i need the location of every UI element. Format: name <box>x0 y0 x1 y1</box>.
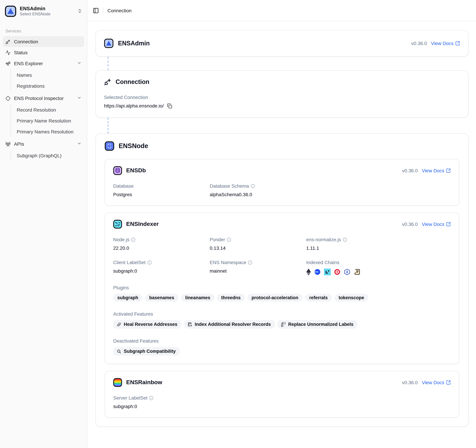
indexed-chains-label: Indexed Chains <box>306 260 451 265</box>
feature-badge-index-additional-resolver-records: Index Additional Resolver Records <box>184 320 275 329</box>
ensdb-title: ENSDb <box>126 167 146 174</box>
telescope-icon <box>6 61 11 66</box>
external-link-icon <box>446 168 451 173</box>
ensrainbow-version: v0.36.0 <box>402 380 418 385</box>
deactivated-features-label: Deactivated Features <box>113 338 451 344</box>
field-ens-normalize: ens-normalize.js 1.11.1 <box>306 237 451 251</box>
copy-icon[interactable] <box>167 103 172 108</box>
info-icon[interactable] <box>248 260 253 264</box>
ethereum-icon <box>306 269 311 275</box>
external-link-icon <box>455 41 460 46</box>
ensdb-view-docs-link[interactable]: View Docs <box>422 168 451 173</box>
ensrainbow-logo-icon <box>113 378 122 387</box>
arbitrum-icon <box>344 269 351 275</box>
ensindexer-view-docs-link[interactable]: View Docs <box>422 221 451 227</box>
ensnode-card: ENSNode ENSDb v0.36.0 <box>96 133 469 427</box>
scroll-icon <box>354 269 360 275</box>
field-client-labelset: Client LabelSet subgraph:0 <box>113 260 210 275</box>
ensadmin-card-title: ENSAdmin <box>118 40 150 47</box>
sidebar-item-ens-explorer[interactable]: ENS Explorer <box>3 58 84 69</box>
diamond-icon <box>6 96 11 101</box>
ensrainbow-view-docs-link[interactable]: View Docs <box>422 380 451 385</box>
sidebar-item-registrations[interactable]: Registrations <box>11 80 84 92</box>
connection-card-title: Connection <box>116 78 149 86</box>
field-nodejs: Node.js 22.20.0 <box>113 237 210 251</box>
sidebar-item-apis[interactable]: APIs <box>3 138 84 149</box>
info-icon[interactable] <box>131 237 136 242</box>
info-icon[interactable] <box>227 237 231 242</box>
sidebar-item-label: Status <box>14 50 81 55</box>
feature-badge-replace-unnormalized-labels: Replace Unnormalized Labels <box>278 320 357 329</box>
magnifier-icon <box>117 349 121 354</box>
chevron-down-icon <box>77 96 81 101</box>
plugin-chip: threedns <box>217 294 245 302</box>
sidebar-item-subgraph-graphql[interactable]: Subgraph (GraphQL) <box>11 150 84 161</box>
ensindexer-card: ENSIndexer v0.36.0 View Docs <box>105 213 459 364</box>
sidebar-item-label: ENS Protocol Inspector <box>14 96 74 101</box>
deactivated-features-list: Subgraph Compatibility <box>113 347 451 356</box>
sidebar-item-record-resolution[interactable]: Record Resolution <box>11 104 84 115</box>
ensadmin-view-docs-link[interactable]: View Docs <box>431 40 460 46</box>
sidebar-item-status[interactable]: Status <box>3 47 84 58</box>
breadcrumb: Connection <box>108 8 132 13</box>
app-root: ENSAdmin Select ENSNode Services Connect… <box>0 0 476 448</box>
chevron-down-icon <box>77 141 81 147</box>
ensadmin-version: v0.36.0 <box>411 40 427 46</box>
sidebar-item-connection[interactable]: Connection <box>3 36 84 47</box>
sidebar: ENSAdmin Select ENSNode Services Connect… <box>0 0 87 448</box>
info-icon[interactable] <box>149 396 154 400</box>
field-database-schema: Database Schema alphaSchema0.36.0 <box>210 183 306 197</box>
sidebar-item-primary-name-resolution[interactable]: Primary Name Resolution <box>11 115 84 126</box>
optimism-icon <box>334 269 341 275</box>
plugin-chip: protocol-acceleration <box>247 294 302 302</box>
radio-tower-icon <box>6 141 11 147</box>
activated-features-label: Activated Features <box>113 311 451 317</box>
connector-line <box>108 57 108 70</box>
plugin-chip: tokenscope <box>334 294 368 302</box>
topbar: Connection <box>87 0 476 21</box>
ensadmin-card: ENSAdmin v0.36.0 View Docs <box>96 30 469 57</box>
ensindexer-version: v0.36.0 <box>402 221 418 227</box>
ensdb-card: ENSDb v0.36.0 View Docs Database <box>105 159 459 206</box>
info-icon[interactable] <box>251 184 255 188</box>
ensdb-logo-icon <box>113 166 122 175</box>
external-link-icon <box>446 380 451 385</box>
ensnode-title: ENSNode <box>119 142 148 150</box>
ensrainbow-card: ENSRainbow v0.36.0 View Docs <box>105 371 459 418</box>
bandage-icon <box>117 322 121 327</box>
ensadmin-logo-icon <box>104 39 113 48</box>
activity-icon <box>6 50 11 55</box>
info-icon[interactable] <box>343 237 347 242</box>
field-ens-namespace: ENS Namespace mainnet <box>210 260 306 275</box>
field-indexed-chains: Indexed Chains <box>306 260 451 275</box>
plug-zap-icon <box>104 78 112 86</box>
feature-badge-heal-reverse-addresses: Heal Reverse Addresses <box>113 320 181 329</box>
plugin-chip: lineanames <box>181 294 214 302</box>
sidebar-app-name: ENSAdmin <box>20 6 74 11</box>
field-server-labelset: Server LabelSet subgraph:0 <box>113 395 210 409</box>
ensrainbow-title: ENSRainbow <box>126 379 162 386</box>
sidebar-item-primary-names-resolution[interactable]: Primary Names Resolution <box>11 126 84 137</box>
sidebar-item-names[interactable]: Names <box>11 70 84 80</box>
ensindexer-title: ENSIndexer <box>126 221 159 228</box>
sidebar-toggle-icon[interactable] <box>93 7 99 13</box>
chevron-down-icon <box>77 61 81 66</box>
ensadmin-logo-icon <box>5 6 16 17</box>
connection-url: https://api.alpha.ensnode.io/ <box>104 103 164 109</box>
feature-badge-subgraph-compatibility: Subgraph Compatibility <box>113 347 180 356</box>
ensindexer-logo-icon <box>113 220 122 229</box>
plug-zap-icon <box>6 39 11 44</box>
plugin-chip: referrals <box>305 294 332 302</box>
activated-features-list: Heal Reverse Addresses Index Additional … <box>113 320 451 329</box>
indexed-chains-list <box>306 269 451 275</box>
info-icon[interactable] <box>147 260 152 264</box>
main-area: Connection ENSAdmin v0.36.0 View Docs <box>87 0 476 448</box>
sidebar-item-ens-protocol-inspector[interactable]: ENS Protocol Inspector <box>3 93 84 104</box>
field-database: Database Postgres <box>113 183 210 197</box>
sidebar-section-label: Services <box>3 28 84 34</box>
topbar-divider <box>103 8 103 13</box>
ensnode-logo-icon <box>105 141 114 151</box>
sidebar-item-label: Connection <box>14 39 81 44</box>
ensnode-selector[interactable]: ENSAdmin Select ENSNode <box>3 4 84 18</box>
external-link-icon <box>446 222 451 227</box>
